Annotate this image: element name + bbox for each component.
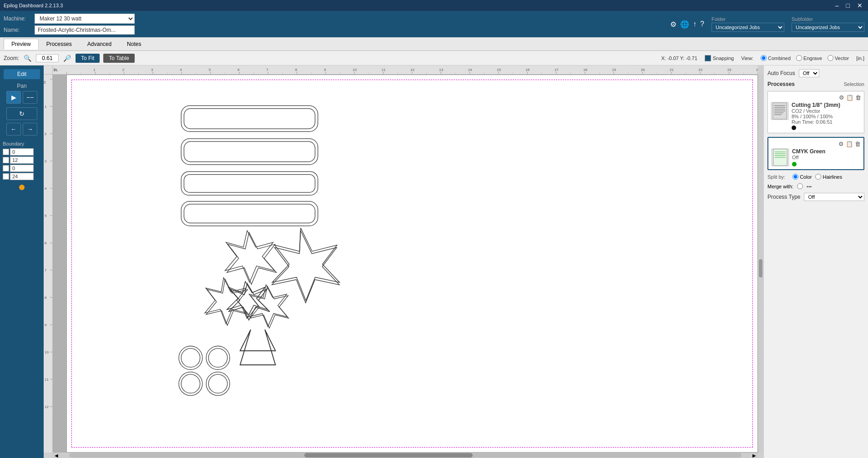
name-input[interactable] bbox=[35, 25, 135, 35]
svg-text:10: 10 bbox=[45, 350, 49, 354]
svg-text:15: 15 bbox=[497, 68, 501, 72]
app-title: Epilog Dashboard 2.2.13.3 bbox=[4, 3, 63, 8]
process-copy-btn-1[interactable]: 📋 bbox=[846, 94, 853, 101]
update-icon[interactable]: ↑ bbox=[693, 20, 696, 28]
edit-button[interactable]: Edit bbox=[4, 69, 40, 79]
tabbar: Preview Processes Advanced Notes bbox=[0, 37, 868, 51]
minimize-button[interactable]: – bbox=[833, 2, 841, 9]
svg-point-117 bbox=[208, 374, 227, 393]
tab-preview[interactable]: Preview bbox=[4, 39, 39, 50]
svg-text:14: 14 bbox=[468, 68, 472, 72]
svg-rect-106 bbox=[184, 175, 315, 192]
split-hairlines-option[interactable]: Hairlines bbox=[815, 174, 842, 180]
tab-advanced[interactable]: Advanced bbox=[80, 39, 119, 49]
split-by-options: Color Hairlines bbox=[792, 174, 842, 180]
svg-text:4: 4 bbox=[45, 186, 47, 191]
folder-select[interactable]: Uncategorized Jobs bbox=[712, 23, 784, 32]
zoom-value: 0.61 bbox=[36, 54, 59, 62]
view-radio-group: Combined Engrave Vector bbox=[761, 55, 849, 61]
process-settings-btn-1[interactable]: ⚙ bbox=[839, 94, 844, 101]
pan-label: Pan bbox=[17, 83, 26, 89]
view-vector-option[interactable]: Vector bbox=[828, 55, 849, 61]
boundary-checkbox-2[interactable] bbox=[3, 165, 9, 171]
process-type-select[interactable]: Off bbox=[804, 193, 864, 201]
process-card-2[interactable]: ⚙ 📋 🗑 CMYK Green Off bbox=[767, 137, 864, 170]
svg-text:10: 10 bbox=[353, 68, 357, 72]
process-settings-btn-2[interactable]: ⚙ bbox=[838, 141, 844, 147]
split-color-option[interactable]: Color bbox=[792, 174, 812, 180]
machine-select[interactable]: Maker 12 30 watt bbox=[35, 14, 135, 24]
split-hairlines-label: Hairlines bbox=[823, 174, 842, 180]
canvas-area: in. /* ruler ticks rendered below */ in.… bbox=[44, 65, 763, 458]
dash-tool-button[interactable]: −− bbox=[23, 91, 37, 104]
right-panel-header: Processes Selection bbox=[767, 81, 864, 87]
scrollbar-thumb[interactable] bbox=[304, 453, 473, 458]
to-table-button[interactable]: To Table bbox=[103, 54, 134, 63]
settings-icon[interactable]: ⚙ bbox=[670, 20, 676, 29]
zoom-in-button[interactable]: 🔎 bbox=[62, 54, 72, 63]
tab-processes[interactable]: Processes bbox=[39, 39, 80, 49]
boundary-input-2[interactable] bbox=[10, 165, 34, 172]
canvas-viewport[interactable] bbox=[53, 75, 758, 453]
svg-text:3: 3 bbox=[151, 68, 153, 72]
process-copy-btn-2[interactable]: 📋 bbox=[846, 141, 853, 147]
svg-text:22: 22 bbox=[698, 68, 702, 72]
scrollbar-vertical[interactable] bbox=[758, 75, 763, 453]
circle-group bbox=[179, 346, 230, 396]
toolbar-right: X: -0.07 Y: -0.71 Snapping View: Combine… bbox=[661, 55, 864, 61]
view-vector-label: Vector bbox=[835, 55, 849, 61]
zoom-label: Zoom: bbox=[4, 55, 19, 61]
maximize-button[interactable]: □ bbox=[844, 2, 852, 9]
undo-button[interactable]: ← bbox=[6, 123, 21, 136]
svg-point-114 bbox=[179, 372, 202, 396]
titlebar: Epilog Dashboard 2.2.13.3 – □ ✕ bbox=[0, 0, 868, 11]
process-delete-btn-2[interactable]: 🗑 bbox=[855, 141, 861, 147]
rotate-tool-button[interactable]: ↻ bbox=[6, 107, 37, 120]
view-engrave-option[interactable]: Engrave bbox=[796, 55, 822, 61]
svg-text:5: 5 bbox=[209, 68, 211, 72]
scroll-right-btn[interactable]: ▶ bbox=[751, 453, 758, 458]
boundary-input-3[interactable] bbox=[10, 173, 34, 180]
to-fit-button[interactable]: To Fit bbox=[76, 54, 100, 63]
svg-text:11: 11 bbox=[45, 377, 49, 382]
select-tool-button[interactable]: ▶ bbox=[6, 91, 21, 104]
svg-rect-103 bbox=[181, 139, 318, 165]
merge-radio[interactable] bbox=[797, 183, 803, 189]
autofocus-select[interactable]: Off bbox=[799, 69, 819, 77]
boundary-checkbox-3[interactable] bbox=[3, 173, 9, 180]
scroll-left-btn[interactable]: ◀ bbox=[53, 453, 60, 458]
boundary-input-1[interactable] bbox=[10, 156, 34, 164]
scrollbar-horizontal[interactable]: ◀ ▶ bbox=[53, 453, 758, 458]
autofocus-label: Auto Focus bbox=[767, 70, 795, 76]
svg-rect-101 bbox=[181, 106, 318, 131]
machinebar-icons: ⚙ 🌐 ↑ ? bbox=[670, 20, 704, 29]
process-type-1: CO2 / Vector bbox=[792, 108, 861, 114]
svg-text:9: 9 bbox=[45, 323, 47, 327]
svg-point-111 bbox=[181, 348, 200, 367]
process-delete-btn-1[interactable]: 🗑 bbox=[855, 94, 861, 101]
boundary-checkbox-1[interactable] bbox=[3, 157, 9, 163]
subfolder-select[interactable]: Uncategorized Jobs bbox=[792, 23, 864, 32]
svg-text:12: 12 bbox=[45, 405, 49, 409]
svg-point-115 bbox=[181, 374, 200, 393]
view-engrave-label: Engrave bbox=[803, 55, 822, 61]
help-icon[interactable]: ? bbox=[700, 20, 704, 28]
process-card-1[interactable]: ⚙ 📋 🗑 C bbox=[767, 91, 864, 133]
view-combined-option[interactable]: Combined bbox=[761, 55, 791, 61]
svg-text:24: 24 bbox=[756, 68, 758, 72]
view-combined-label: Combined bbox=[768, 55, 791, 61]
redo-button[interactable]: → bbox=[23, 123, 37, 136]
network-icon[interactable]: 🌐 bbox=[680, 20, 689, 29]
process-values-1: 8% / 100% / 100% bbox=[792, 114, 861, 119]
zoom-out-button[interactable]: 🔍 bbox=[23, 54, 32, 63]
tab-notes[interactable]: Notes bbox=[119, 39, 149, 49]
svg-text:7: 7 bbox=[266, 68, 268, 72]
warning-indicator bbox=[19, 185, 25, 190]
boundary-input-0[interactable] bbox=[10, 148, 34, 156]
close-button[interactable]: ✕ bbox=[855, 2, 864, 9]
boundary-checkbox-0[interactable] bbox=[3, 149, 9, 155]
rounded-rects bbox=[181, 106, 318, 226]
snapping-checkbox[interactable] bbox=[705, 55, 711, 61]
toolbar: Zoom: 🔍 0.61 🔎 To Fit To Table X: -0.07 … bbox=[0, 51, 868, 65]
svg-point-116 bbox=[206, 372, 230, 396]
